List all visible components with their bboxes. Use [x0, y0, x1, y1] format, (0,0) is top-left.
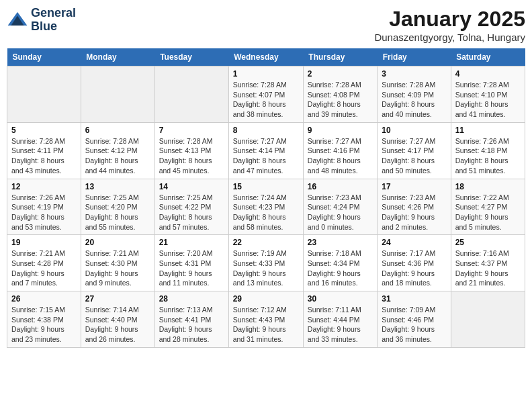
- day-info: Sunrise: 7:13 AM Sunset: 4:41 PM Dayligh…: [159, 305, 224, 345]
- calendar-cell: 7Sunrise: 7:28 AM Sunset: 4:13 PM Daylig…: [154, 122, 228, 179]
- calendar-cell: 19Sunrise: 7:21 AM Sunset: 4:28 PM Dayli…: [7, 235, 81, 291]
- day-number: 1: [233, 69, 299, 79]
- day-info: Sunrise: 7:25 AM Sunset: 4:22 PM Dayligh…: [159, 193, 224, 232]
- day-info: Sunrise: 7:21 AM Sunset: 4:28 PM Dayligh…: [11, 248, 77, 288]
- day-info: Sunrise: 7:20 AM Sunset: 4:31 PM Dayligh…: [159, 248, 224, 288]
- calendar-cell: 18Sunrise: 7:22 AM Sunset: 4:27 PM Dayli…: [451, 179, 525, 235]
- day-info: Sunrise: 7:26 AM Sunset: 4:18 PM Dayligh…: [455, 136, 521, 176]
- day-info: Sunrise: 7:21 AM Sunset: 4:30 PM Dayligh…: [85, 248, 150, 288]
- day-number: 2: [308, 69, 373, 79]
- calendar-cell: 13Sunrise: 7:25 AM Sunset: 4:20 PM Dayli…: [81, 179, 154, 235]
- day-info: Sunrise: 7:23 AM Sunset: 4:24 PM Dayligh…: [308, 193, 373, 232]
- calendar-cell: 20Sunrise: 7:21 AM Sunset: 4:30 PM Dayli…: [81, 235, 154, 291]
- day-number: 29: [233, 294, 299, 304]
- calendar-cell: 31Sunrise: 7:09 AM Sunset: 4:46 PM Dayli…: [378, 291, 451, 348]
- calendar-cell: [154, 66, 228, 123]
- calendar-cell: 17Sunrise: 7:23 AM Sunset: 4:26 PM Dayli…: [378, 179, 451, 235]
- day-info: Sunrise: 7:28 AM Sunset: 4:07 PM Dayligh…: [233, 80, 299, 120]
- calendar-cell: 8Sunrise: 7:27 AM Sunset: 4:14 PM Daylig…: [228, 122, 303, 179]
- day-number: 17: [382, 182, 446, 191]
- day-info: Sunrise: 7:09 AM Sunset: 4:46 PM Dayligh…: [382, 305, 446, 345]
- day-info: Sunrise: 7:15 AM Sunset: 4:38 PM Dayligh…: [11, 305, 77, 345]
- day-info: Sunrise: 7:12 AM Sunset: 4:43 PM Dayligh…: [233, 305, 299, 345]
- month-title: January 2025: [374, 7, 525, 32]
- calendar-week-1: 1Sunrise: 7:28 AM Sunset: 4:07 PM Daylig…: [7, 66, 525, 123]
- day-number: 22: [233, 238, 299, 247]
- day-number: 31: [382, 294, 446, 304]
- calendar-cell: 29Sunrise: 7:12 AM Sunset: 4:43 PM Dayli…: [228, 291, 303, 348]
- day-info: Sunrise: 7:23 AM Sunset: 4:26 PM Dayligh…: [382, 193, 446, 232]
- day-info: Sunrise: 7:26 AM Sunset: 4:19 PM Dayligh…: [11, 193, 77, 232]
- calendar-cell: 3Sunrise: 7:28 AM Sunset: 4:09 PM Daylig…: [378, 66, 451, 123]
- page-header: General Blue January 2025 Dunaszentgyorg…: [7, 7, 525, 43]
- day-info: Sunrise: 7:11 AM Sunset: 4:44 PM Dayligh…: [308, 305, 373, 345]
- day-number: 26: [11, 294, 77, 304]
- weekday-header-thursday: Thursday: [303, 48, 377, 66]
- calendar-table: SundayMondayTuesdayWednesdayThursdayFrid…: [7, 48, 525, 348]
- weekday-header-tuesday: Tuesday: [154, 48, 228, 66]
- day-number: 16: [308, 182, 373, 191]
- calendar-cell: 24Sunrise: 7:17 AM Sunset: 4:36 PM Dayli…: [378, 235, 451, 291]
- day-number: 20: [85, 238, 150, 247]
- day-info: Sunrise: 7:17 AM Sunset: 4:36 PM Dayligh…: [382, 248, 446, 288]
- day-info: Sunrise: 7:25 AM Sunset: 4:20 PM Dayligh…: [85, 193, 150, 232]
- calendar-cell: [451, 291, 525, 348]
- day-info: Sunrise: 7:28 AM Sunset: 4:10 PM Dayligh…: [455, 80, 521, 120]
- day-number: 7: [159, 126, 224, 135]
- calendar-cell: 6Sunrise: 7:28 AM Sunset: 4:12 PM Daylig…: [81, 122, 154, 179]
- day-number: 25: [455, 238, 521, 247]
- day-info: Sunrise: 7:28 AM Sunset: 4:11 PM Dayligh…: [11, 136, 77, 176]
- calendar-week-4: 19Sunrise: 7:21 AM Sunset: 4:28 PM Dayli…: [7, 235, 525, 291]
- weekday-header-sunday: Sunday: [7, 48, 81, 66]
- day-info: Sunrise: 7:16 AM Sunset: 4:37 PM Dayligh…: [455, 248, 521, 288]
- calendar-cell: 9Sunrise: 7:27 AM Sunset: 4:16 PM Daylig…: [303, 122, 377, 179]
- calendar-cell: 23Sunrise: 7:18 AM Sunset: 4:34 PM Dayli…: [303, 235, 377, 291]
- day-number: 28: [159, 294, 224, 304]
- day-number: 8: [233, 126, 299, 135]
- calendar-cell: 5Sunrise: 7:28 AM Sunset: 4:11 PM Daylig…: [7, 122, 81, 179]
- day-number: 15: [233, 182, 299, 191]
- calendar-week-3: 12Sunrise: 7:26 AM Sunset: 4:19 PM Dayli…: [7, 179, 525, 235]
- day-number: 13: [85, 182, 150, 191]
- day-number: 10: [382, 126, 446, 135]
- day-number: 5: [11, 126, 77, 135]
- day-info: Sunrise: 7:19 AM Sunset: 4:33 PM Dayligh…: [233, 248, 299, 288]
- calendar-cell: [81, 66, 154, 123]
- calendar-cell: 16Sunrise: 7:23 AM Sunset: 4:24 PM Dayli…: [303, 179, 377, 235]
- weekday-header-saturday: Saturday: [451, 48, 525, 66]
- day-number: 24: [382, 238, 446, 247]
- title-area: January 2025 Dunaszentgyorgy, Tolna, Hun…: [374, 7, 525, 43]
- location: Dunaszentgyorgy, Tolna, Hungary: [374, 32, 525, 43]
- day-info: Sunrise: 7:24 AM Sunset: 4:23 PM Dayligh…: [233, 193, 299, 232]
- weekday-header-wednesday: Wednesday: [228, 48, 303, 66]
- calendar-cell: 28Sunrise: 7:13 AM Sunset: 4:41 PM Dayli…: [154, 291, 228, 348]
- calendar-cell: 14Sunrise: 7:25 AM Sunset: 4:22 PM Dayli…: [154, 179, 228, 235]
- day-info: Sunrise: 7:18 AM Sunset: 4:34 PM Dayligh…: [308, 248, 373, 288]
- calendar-cell: 26Sunrise: 7:15 AM Sunset: 4:38 PM Dayli…: [7, 291, 81, 348]
- weekday-header-row: SundayMondayTuesdayWednesdayThursdayFrid…: [7, 48, 525, 66]
- logo-icon: [7, 9, 28, 31]
- weekday-header-friday: Friday: [378, 48, 451, 66]
- calendar-cell: 22Sunrise: 7:19 AM Sunset: 4:33 PM Dayli…: [228, 235, 303, 291]
- calendar-cell: 2Sunrise: 7:28 AM Sunset: 4:08 PM Daylig…: [303, 66, 377, 123]
- calendar-cell: 11Sunrise: 7:26 AM Sunset: 4:18 PM Dayli…: [451, 122, 525, 179]
- calendar-cell: [7, 66, 81, 123]
- day-info: Sunrise: 7:27 AM Sunset: 4:14 PM Dayligh…: [233, 136, 299, 176]
- day-number: 19: [11, 238, 77, 247]
- day-info: Sunrise: 7:28 AM Sunset: 4:13 PM Dayligh…: [159, 136, 224, 176]
- calendar-cell: 10Sunrise: 7:27 AM Sunset: 4:17 PM Dayli…: [378, 122, 451, 179]
- calendar-cell: 21Sunrise: 7:20 AM Sunset: 4:31 PM Dayli…: [154, 235, 228, 291]
- day-number: 18: [455, 182, 521, 191]
- day-info: Sunrise: 7:22 AM Sunset: 4:27 PM Dayligh…: [455, 193, 521, 232]
- day-number: 27: [85, 294, 150, 304]
- day-number: 21: [159, 238, 224, 247]
- day-info: Sunrise: 7:28 AM Sunset: 4:09 PM Dayligh…: [382, 80, 446, 120]
- calendar-cell: 4Sunrise: 7:28 AM Sunset: 4:10 PM Daylig…: [451, 66, 525, 123]
- calendar-cell: 1Sunrise: 7:28 AM Sunset: 4:07 PM Daylig…: [228, 66, 303, 123]
- calendar-cell: 15Sunrise: 7:24 AM Sunset: 4:23 PM Dayli…: [228, 179, 303, 235]
- calendar-cell: 27Sunrise: 7:14 AM Sunset: 4:40 PM Dayli…: [81, 291, 154, 348]
- day-number: 4: [455, 69, 521, 79]
- day-number: 11: [455, 126, 521, 135]
- day-info: Sunrise: 7:27 AM Sunset: 4:17 PM Dayligh…: [382, 136, 446, 176]
- logo: General Blue: [7, 7, 76, 34]
